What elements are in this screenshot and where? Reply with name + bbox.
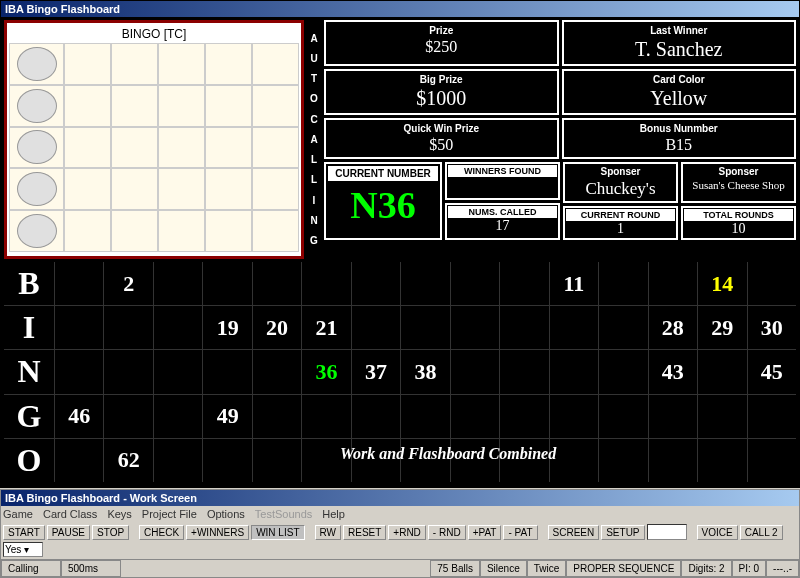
board-number[interactable]: 21 (302, 306, 350, 349)
board-number[interactable] (599, 262, 647, 305)
board-number[interactable] (550, 306, 598, 349)
toolbar-button[interactable]: - RND (428, 525, 466, 540)
board-number[interactable]: 20 (253, 306, 301, 349)
card-cell[interactable] (158, 85, 205, 127)
toolbar-button[interactable]: STOP (92, 525, 129, 540)
call-button[interactable]: CALL 2 (740, 525, 783, 540)
toolbar-button[interactable]: RW (315, 525, 341, 540)
board-number[interactable]: 62 (104, 439, 152, 482)
card-cell[interactable] (64, 127, 111, 169)
card-cell[interactable] (64, 210, 111, 252)
board-number[interactable] (698, 439, 746, 482)
board-number[interactable] (55, 306, 103, 349)
board-number[interactable] (253, 439, 301, 482)
board-number[interactable]: 30 (748, 306, 796, 349)
toolbar-button[interactable]: +RND (388, 525, 426, 540)
board-number[interactable] (154, 306, 202, 349)
board-number[interactable] (500, 350, 548, 393)
board-number[interactable] (104, 306, 152, 349)
toolbar-button[interactable]: +PAT (468, 525, 502, 540)
menu-item[interactable]: Game (3, 508, 33, 520)
card-cell[interactable] (64, 168, 111, 210)
board-number[interactable]: 19 (203, 306, 251, 349)
board-number[interactable] (55, 350, 103, 393)
card-cell[interactable] (205, 210, 252, 252)
board-number[interactable] (253, 262, 301, 305)
board-number[interactable] (104, 395, 152, 438)
board-number[interactable] (203, 439, 251, 482)
board-number[interactable]: 38 (401, 350, 449, 393)
board-number[interactable]: 2 (104, 262, 152, 305)
toolbar-button[interactable]: SCREEN (548, 525, 600, 540)
board-number[interactable] (451, 350, 499, 393)
toolbar-button[interactable]: RESET (343, 525, 386, 540)
board-number[interactable] (698, 350, 746, 393)
board-number[interactable] (451, 262, 499, 305)
menu-item[interactable]: Options (207, 508, 245, 520)
card-cell[interactable] (252, 85, 299, 127)
toolbar-button[interactable]: +WINNERS (186, 525, 249, 540)
menubar[interactable]: GameCard ClassKeysProject FileOptionsTes… (1, 506, 799, 522)
card-cell[interactable] (158, 210, 205, 252)
board-number[interactable] (104, 350, 152, 393)
board-number[interactable]: 43 (649, 350, 697, 393)
setup-input[interactable] (647, 524, 687, 540)
board-number[interactable] (500, 262, 548, 305)
toolbar-button[interactable]: - PAT (503, 525, 537, 540)
board-number[interactable] (451, 395, 499, 438)
board-number[interactable] (698, 395, 746, 438)
card-cell[interactable] (111, 43, 158, 85)
board-number[interactable]: 28 (649, 306, 697, 349)
board-number[interactable]: 37 (352, 350, 400, 393)
board-number[interactable] (649, 262, 697, 305)
board-number[interactable] (352, 306, 400, 349)
menu-item[interactable]: Card Class (43, 508, 97, 520)
toolbar-button[interactable]: START (3, 525, 45, 540)
board-number[interactable] (748, 439, 796, 482)
menu-item[interactable]: Help (322, 508, 345, 520)
board-number[interactable] (599, 306, 647, 349)
board-number[interactable]: 45 (748, 350, 796, 393)
board-number[interactable] (154, 395, 202, 438)
board-number[interactable] (401, 262, 449, 305)
toolbar-button[interactable]: WIN LIST (251, 525, 304, 540)
board-number[interactable] (748, 262, 796, 305)
card-cell[interactable] (205, 85, 252, 127)
board-number[interactable] (203, 262, 251, 305)
board-number[interactable]: 36 (302, 350, 350, 393)
board-number[interactable] (451, 306, 499, 349)
board-number[interactable] (154, 439, 202, 482)
menu-item[interactable]: Project File (142, 508, 197, 520)
menu-item[interactable]: Keys (107, 508, 131, 520)
board-number[interactable] (599, 439, 647, 482)
board-number[interactable] (401, 306, 449, 349)
board-number[interactable] (253, 395, 301, 438)
board-number[interactable]: 29 (698, 306, 746, 349)
menu-item[interactable]: TestSounds (255, 508, 312, 520)
card-cell[interactable] (252, 127, 299, 169)
board-number[interactable] (649, 439, 697, 482)
board-number[interactable]: 14 (698, 262, 746, 305)
board-number[interactable] (302, 395, 350, 438)
card-cell[interactable] (64, 43, 111, 85)
card-cell[interactable] (64, 85, 111, 127)
card-cell[interactable] (111, 168, 158, 210)
card-cell[interactable] (158, 43, 205, 85)
call-select[interactable]: Yes ▾ (3, 542, 43, 557)
board-number[interactable] (649, 395, 697, 438)
board-number[interactable] (550, 350, 598, 393)
board-number[interactable] (599, 350, 647, 393)
board-number[interactable] (154, 262, 202, 305)
card-cell[interactable] (205, 168, 252, 210)
board-number[interactable] (401, 395, 449, 438)
card-cell[interactable] (252, 43, 299, 85)
card-cell[interactable] (252, 210, 299, 252)
card-cell[interactable] (111, 127, 158, 169)
board-number[interactable] (500, 395, 548, 438)
voice-button[interactable]: VOICE (697, 525, 738, 540)
board-number[interactable] (500, 306, 548, 349)
board-number[interactable]: 49 (203, 395, 251, 438)
board-number[interactable] (55, 439, 103, 482)
card-cell[interactable] (205, 43, 252, 85)
board-number[interactable] (550, 439, 598, 482)
